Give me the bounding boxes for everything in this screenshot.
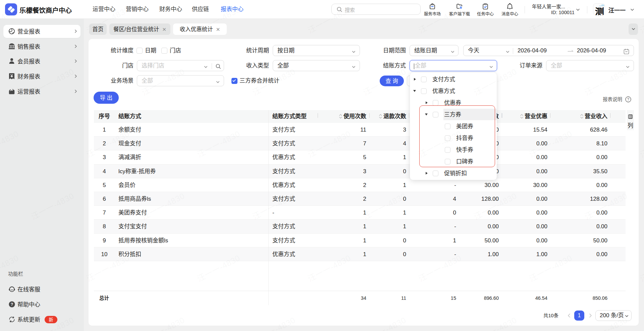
svg-text:?: ? <box>11 302 13 307</box>
svg-text:?: ? <box>627 97 629 101</box>
